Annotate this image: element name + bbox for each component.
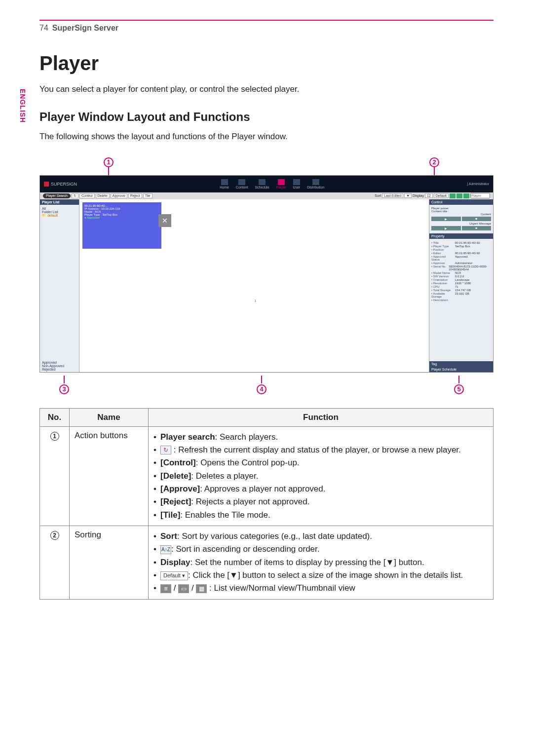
content-stop-icon[interactable]: ■ xyxy=(462,217,492,221)
normal-view-icon: ▭ xyxy=(178,584,189,593)
sort-select[interactable]: Last Edited xyxy=(382,193,403,198)
filter-rejected[interactable]: Rejected xyxy=(42,368,77,371)
callout-4: 4 xyxy=(257,384,266,394)
reject-button[interactable]: Reject xyxy=(128,193,142,198)
brand-logo: SUPERSIGN xyxy=(44,182,77,187)
player-window-screenshot: SUPERSIGN Home Content Schedule Player U… xyxy=(39,175,494,373)
filter-approved[interactable]: Approved xyxy=(42,361,77,364)
display-label: Display xyxy=(413,194,424,197)
control-button[interactable]: Control xyxy=(79,193,95,198)
callout-3: 3 xyxy=(59,384,69,394)
th-function: Function xyxy=(149,408,494,426)
thumb-view-icon: ▦ xyxy=(196,584,207,593)
user-label: | Administrator xyxy=(467,182,489,186)
size-select[interactable]: Default xyxy=(434,193,449,198)
delete-button[interactable]: Delete xyxy=(96,193,110,198)
nav-player[interactable]: Player xyxy=(276,179,286,189)
refresh-icon: ↻ xyxy=(160,446,171,454)
list-view-icon: ≡ xyxy=(160,584,171,593)
callout-2: 2 xyxy=(429,157,439,167)
msg-stop-icon[interactable]: ■ xyxy=(462,226,492,230)
callout-row-bottom: 3 4 5 xyxy=(39,376,494,394)
intro-paragraph: You can select a player for content play… xyxy=(39,83,494,95)
folder-list-label[interactable]: Folder List xyxy=(42,210,77,214)
filter-nonapproved[interactable]: Non-Approved xyxy=(42,364,77,368)
size-select-icon: Default ▾ xyxy=(160,571,188,580)
function-table: No. Name Function 1Action buttonsPlayer … xyxy=(39,408,494,600)
section-intro: The following shows the layout and funct… xyxy=(39,131,494,143)
property-header: Property xyxy=(429,233,493,239)
control-panel-header: Control xyxy=(429,199,493,205)
language-side-tab: ENGLISH xyxy=(19,89,27,123)
page-title: Player xyxy=(39,52,494,75)
sort-order-icon[interactable]: ▼ xyxy=(404,193,412,198)
tag-header: Tag xyxy=(429,361,493,367)
nav-distribution[interactable]: Distribution xyxy=(307,179,324,189)
display-count[interactable]: 12 xyxy=(425,193,433,198)
sort-order-icon: A↕Z xyxy=(160,545,171,554)
tile-button[interactable]: Tile xyxy=(143,193,152,198)
list-view-icon[interactable] xyxy=(450,193,456,198)
schedule-header: Player Schedule xyxy=(429,367,493,372)
nav-content[interactable]: Content xyxy=(236,179,248,189)
callout-5: 5 xyxy=(454,384,464,394)
thumbnail-placeholder: ✕ xyxy=(158,214,171,227)
refresh-icon[interactable]: ↻ xyxy=(72,193,78,198)
nav-home[interactable]: Home xyxy=(220,179,229,189)
callout-1: 1 xyxy=(104,157,114,167)
msg-play-icon[interactable]: ▶ xyxy=(431,226,461,230)
th-name: Name xyxy=(70,408,149,426)
sort-label: Sort xyxy=(375,194,381,197)
folder-default[interactable]: 📁 default xyxy=(42,214,77,218)
approve-button[interactable]: Approve xyxy=(111,193,127,198)
search-input[interactable] xyxy=(470,193,490,198)
section-heading: Player Window Layout and Functions xyxy=(39,110,494,124)
callout-row-top: 1 2 xyxy=(39,157,494,175)
header-title: SuperSign Server xyxy=(52,24,118,33)
nav-schedule[interactable]: Schedule xyxy=(255,179,269,189)
normal-view-icon[interactable] xyxy=(457,193,462,198)
player-list-header: Player List xyxy=(40,199,79,205)
nav-user[interactable]: User xyxy=(293,179,300,189)
player-list-all[interactable]: All xyxy=(42,207,77,210)
th-no: No. xyxy=(40,408,70,426)
player-card[interactable]: 00:21:95:9D:4D... IP Address : 10.19.224… xyxy=(82,202,161,249)
thumb-view-icon[interactable] xyxy=(463,193,469,198)
top-nav: Home Content Schedule Player User Distri… xyxy=(220,179,324,189)
content-play-icon[interactable]: ▶ xyxy=(431,217,461,221)
player-search-button[interactable]: Player Search xyxy=(43,193,71,198)
page-number: 74 xyxy=(39,24,48,33)
